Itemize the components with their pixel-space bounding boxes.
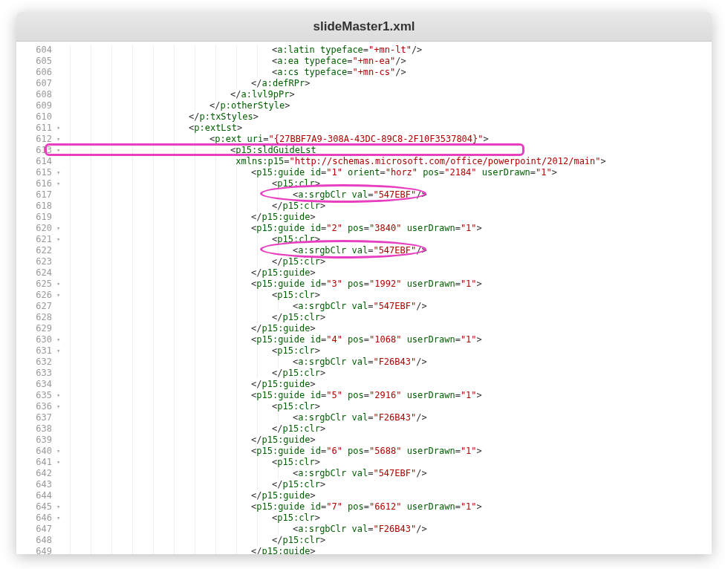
code-content[interactable]: </p15:guide> bbox=[251, 546, 712, 554]
code-content[interactable]: <p15:guide id="1" orient="horz" pos="218… bbox=[251, 167, 712, 178]
code-line[interactable]: 626▾<p15:clr> bbox=[16, 290, 712, 301]
code-line[interactable]: 645▾<p15:guide id="7" pos="6612" userDra… bbox=[16, 501, 712, 513]
code-line[interactable]: 607</a:defRPr> bbox=[16, 78, 712, 89]
code-line[interactable]: 636▾<p15:clr> bbox=[16, 401, 712, 412]
fold-marker[interactable]: ▾ bbox=[56, 178, 64, 189]
fold-marker[interactable]: ▾ bbox=[56, 279, 64, 290]
code-content[interactable]: <p15:guide id="5" pos="2916" userDrawn="… bbox=[251, 390, 712, 401]
code-content[interactable]: </p15:guide> bbox=[251, 379, 712, 390]
code-content[interactable]: <p15:clr> bbox=[272, 401, 712, 412]
code-content[interactable]: <a:latin typeface="+mn-lt"/> bbox=[272, 45, 712, 56]
code-content[interactable]: </p15:guide> bbox=[251, 267, 712, 279]
code-line[interactable]: 644</p15:guide> bbox=[16, 490, 712, 501]
code-content[interactable]: </p15:clr> bbox=[272, 201, 712, 212]
fold-marker[interactable]: ▾ bbox=[56, 134, 64, 145]
code-line[interactable]: 619</p15:guide> bbox=[16, 212, 712, 223]
code-line[interactable]: 614 xmlns:p15="http://schemas.microsoft.… bbox=[16, 156, 712, 167]
code-content[interactable]: </p:otherStyle> bbox=[209, 100, 712, 111]
fold-marker[interactable]: ▾ bbox=[56, 145, 64, 156]
code-content[interactable]: <a:srgbClr val="547EBF"/> bbox=[293, 245, 712, 256]
code-line[interactable]: 622<a:srgbClr val="547EBF"/> bbox=[16, 245, 712, 256]
code-content[interactable]: </p15:guide> bbox=[251, 323, 712, 334]
code-line[interactable]: 609</p:otherStyle> bbox=[16, 100, 712, 111]
code-line[interactable]: 635▾<p15:guide id="5" pos="2916" userDra… bbox=[16, 390, 712, 401]
code-content[interactable]: <p:ext uri="{27BBF7A9-308A-43DC-89C8-2F1… bbox=[209, 134, 712, 145]
window-titlebar[interactable]: slideMaster1.xml bbox=[16, 12, 712, 42]
code-line[interactable]: 620▾<p15:guide id="2" pos="3840" userDra… bbox=[16, 223, 712, 234]
code-line[interactable]: 616▾<p15:clr> bbox=[16, 178, 712, 189]
code-line[interactable]: 604<a:latin typeface="+mn-lt"/> bbox=[16, 45, 712, 56]
code-content[interactable]: <p15:guide id="3" pos="1992" userDrawn="… bbox=[251, 279, 712, 290]
fold-marker[interactable]: ▾ bbox=[56, 501, 64, 513]
code-content[interactable]: </p15:clr> bbox=[272, 256, 712, 267]
code-line[interactable]: 623</p15:clr> bbox=[16, 256, 712, 267]
code-content[interactable]: </p15:clr> bbox=[272, 479, 712, 490]
code-content[interactable]: </p15:guide> bbox=[251, 435, 712, 446]
fold-marker[interactable]: ▾ bbox=[56, 334, 64, 345]
code-content[interactable]: </p:txStyles> bbox=[189, 111, 712, 123]
code-line[interactable]: 610</p:txStyles> bbox=[16, 111, 712, 123]
code-content[interactable]: </p15:guide> bbox=[251, 490, 712, 501]
code-content[interactable]: <p:extLst> bbox=[189, 123, 712, 134]
fold-marker[interactable]: ▾ bbox=[56, 223, 64, 234]
code-line[interactable]: 640▾<p15:guide id="6" pos="5688" userDra… bbox=[16, 446, 712, 457]
fold-marker[interactable]: ▾ bbox=[56, 234, 64, 245]
code-line[interactable]: 649</p15:guide> bbox=[16, 546, 712, 554]
code-line[interactable]: 629</p15:guide> bbox=[16, 323, 712, 334]
code-line[interactable]: 621▾<p15:clr> bbox=[16, 234, 712, 245]
code-content[interactable]: <a:srgbClr val="547EBF"/> bbox=[293, 189, 712, 201]
code-line[interactable]: 648</p15:clr> bbox=[16, 535, 712, 546]
fold-marker[interactable]: ▾ bbox=[56, 401, 64, 412]
code-content[interactable]: </a:defRPr> bbox=[251, 78, 712, 89]
code-line[interactable]: 631▾<p15:clr> bbox=[16, 345, 712, 357]
code-content[interactable]: <p15:guide id="7" pos="6612" userDrawn="… bbox=[251, 501, 712, 513]
fold-marker[interactable]: ▾ bbox=[56, 513, 64, 524]
code-line[interactable]: 615▾<p15:guide id="1" orient="horz" pos=… bbox=[16, 167, 712, 178]
fold-marker[interactable]: ▾ bbox=[56, 446, 64, 457]
code-line[interactable]: 611▾<p:extLst> bbox=[16, 123, 712, 134]
fold-marker[interactable]: ▾ bbox=[56, 290, 64, 301]
code-line[interactable]: 637<a:srgbClr val="F26B43"/> bbox=[16, 412, 712, 423]
code-line[interactable]: 647<a:srgbClr val="F26B43"/> bbox=[16, 524, 712, 535]
code-content[interactable]: <p15:sldGuideLst bbox=[230, 145, 712, 156]
code-content[interactable]: <p15:guide id="4" pos="1068" userDrawn="… bbox=[251, 334, 712, 345]
code-content[interactable]: <p15:clr> bbox=[272, 345, 712, 357]
code-content[interactable]: <a:srgbClr val="547EBF"/> bbox=[293, 301, 712, 312]
code-line[interactable]: 642<a:srgbClr val="547EBF"/> bbox=[16, 468, 712, 479]
code-content[interactable]: </p15:guide> bbox=[251, 212, 712, 223]
code-line[interactable]: 632<a:srgbClr val="F26B43"/> bbox=[16, 357, 712, 368]
code-line[interactable]: 606<a:cs typeface="+mn-cs"/> bbox=[16, 67, 712, 78]
code-content[interactable]: <p15:guide id="6" pos="5688" userDrawn="… bbox=[251, 446, 712, 457]
code-content[interactable]: </p15:clr> bbox=[272, 423, 712, 435]
fold-marker[interactable]: ▾ bbox=[56, 123, 64, 134]
code-line[interactable]: 613▾<p15:sldGuideLst bbox=[16, 145, 712, 156]
code-line[interactable]: 630▾<p15:guide id="4" pos="1068" userDra… bbox=[16, 334, 712, 345]
code-content[interactable]: </a:lvl9pPr> bbox=[230, 89, 712, 100]
code-content[interactable]: <a:srgbClr val="F26B43"/> bbox=[293, 357, 712, 368]
code-content[interactable]: </p15:clr> bbox=[272, 312, 712, 323]
code-content[interactable]: <p15:clr> bbox=[272, 290, 712, 301]
code-line[interactable]: 605<a:ea typeface="+mn-ea"/> bbox=[16, 56, 712, 67]
code-editor[interactable]: 604<a:latin typeface="+mn-lt"/>605<a:ea … bbox=[16, 42, 712, 554]
fold-marker[interactable]: ▾ bbox=[56, 167, 64, 178]
code-line[interactable]: 618</p15:clr> bbox=[16, 201, 712, 212]
code-line[interactable]: 625▾<p15:guide id="3" pos="1992" userDra… bbox=[16, 279, 712, 290]
code-line[interactable]: 608</a:lvl9pPr> bbox=[16, 89, 712, 100]
code-line[interactable]: 628</p15:clr> bbox=[16, 312, 712, 323]
code-line[interactable]: 634</p15:guide> bbox=[16, 379, 712, 390]
code-line[interactable]: 633</p15:clr> bbox=[16, 368, 712, 379]
fold-marker[interactable]: ▾ bbox=[56, 390, 64, 401]
fold-marker[interactable]: ▾ bbox=[56, 457, 64, 468]
code-content[interactable]: </p15:clr> bbox=[272, 535, 712, 546]
code-line[interactable]: 641▾<p15:clr> bbox=[16, 457, 712, 468]
code-content[interactable]: <p15:clr> bbox=[272, 513, 712, 524]
code-content[interactable]: <a:srgbClr val="547EBF"/> bbox=[293, 468, 712, 479]
fold-marker[interactable]: ▾ bbox=[56, 345, 64, 357]
code-content[interactable]: xmlns:p15="http://schemas.microsoft.com/… bbox=[230, 156, 712, 167]
code-line[interactable]: 624</p15:guide> bbox=[16, 267, 712, 279]
code-line[interactable]: 643</p15:clr> bbox=[16, 479, 712, 490]
code-content[interactable]: </p15:clr> bbox=[272, 368, 712, 379]
code-content[interactable]: <p15:guide id="2" pos="3840" userDrawn="… bbox=[251, 223, 712, 234]
code-line[interactable]: 612▾<p:ext uri="{27BBF7A9-308A-43DC-89C8… bbox=[16, 134, 712, 145]
code-content[interactable]: <a:cs typeface="+mn-cs"/> bbox=[272, 67, 712, 78]
